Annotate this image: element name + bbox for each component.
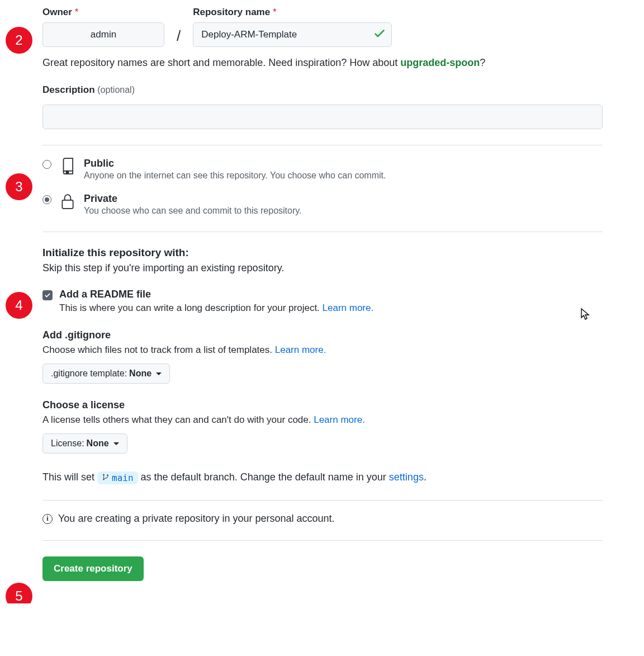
name-hint: Great repository names are short and mem… [42,57,644,69]
divider [42,145,603,145]
private-radio[interactable] [42,195,51,204]
settings-link[interactable]: settings [389,471,424,483]
gitignore-dropdown[interactable]: .gitignore template: None [42,364,170,384]
slash-separator: / [177,27,181,47]
owner-select[interactable]: admin [42,22,164,47]
gitignore-learn-more[interactable]: Learn more. [275,344,326,355]
public-radio[interactable] [42,160,51,169]
divider [42,540,603,541]
license-learn-more[interactable]: Learn more. [314,414,365,425]
svg-rect-0 [62,200,73,209]
repo-icon [59,158,76,174]
chevron-down-icon [156,372,162,375]
readme-checkbox[interactable] [42,290,53,300]
public-title: Public [84,158,386,169]
description-label: Description (optional) [42,84,644,96]
creation-summary: You are creating a private repository in… [58,513,335,525]
readme-title: Add a README file [59,289,373,300]
gitignore-desc: Choose which files not to track from a l… [42,344,644,356]
create-repository-button[interactable]: Create repository [42,556,144,581]
step-callout-5: 5 [6,583,32,603]
license-desc: A license tells others what they can and… [42,414,644,426]
public-desc: Anyone on the internet can see this repo… [84,171,386,181]
name-suggestion[interactable]: upgraded-spoon [400,57,480,68]
init-title: Initialize this repository with: [42,247,644,259]
description-input[interactable] [42,105,603,129]
license-dropdown[interactable]: License: None [42,433,127,454]
gitignore-title: Add .gitignore [42,329,644,341]
private-desc: You choose who can see and commit to thi… [84,206,302,216]
branch-tag: main [97,471,138,484]
step-callout-2: 2 [6,27,32,54]
init-skip: Skip this step if you're importing an ex… [42,262,644,274]
readme-desc: This is where you can write a long descr… [59,303,373,314]
step-callout-3: 3 [6,173,32,200]
cursor-icon [580,308,590,323]
default-branch-note: This will set main as the default branch… [42,471,644,484]
chevron-down-icon [113,442,119,445]
license-title: Choose a license [42,399,644,411]
private-title: Private [84,193,302,205]
svg-point-3 [107,474,108,476]
check-icon [374,28,385,41]
readme-learn-more[interactable]: Learn more. [323,303,374,313]
lock-icon [59,193,76,210]
divider [42,232,603,232]
step-callout-4: 4 [6,292,32,319]
reponame-input[interactable] [193,22,392,47]
git-branch-icon [102,473,110,483]
reponame-label: Repository name * [193,7,392,18]
owner-label: Owner * [42,7,164,18]
info-icon: i [42,514,53,524]
svg-point-2 [103,478,105,480]
svg-point-1 [103,474,105,475]
divider [42,500,603,501]
